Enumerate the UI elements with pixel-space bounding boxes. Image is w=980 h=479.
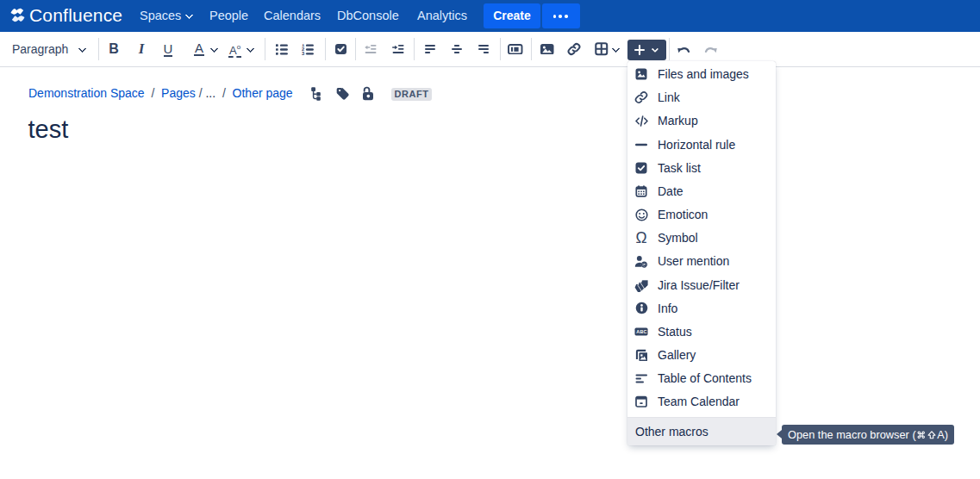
svg-text:3: 3 [302, 51, 305, 55]
svg-text:ABC: ABC [636, 329, 646, 334]
